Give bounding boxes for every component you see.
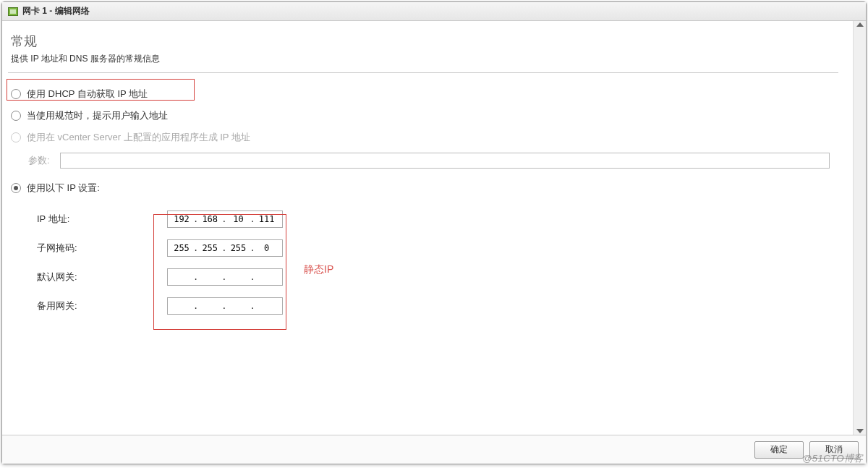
alt-gateway-row: 备用网关: . . . — [37, 292, 835, 320]
cancel-button[interactable]: 取消 — [809, 441, 859, 459]
option-prompt-label: 当使用规范时，提示用户输入地址 — [27, 109, 168, 122]
radio-dhcp[interactable] — [11, 89, 21, 99]
dialog-footer: 确定 取消 — [2, 435, 866, 464]
content-area: 常规 提供 IP 地址和 DNS 服务器的常规信息 使用 DHCP 自动获取 I… — [2, 21, 853, 435]
dot-icon: . — [192, 214, 199, 224]
params-label: 参数: — [28, 154, 54, 167]
agw-oct2[interactable] — [199, 301, 221, 311]
params-input[interactable] — [60, 153, 830, 169]
titlebar[interactable]: 网卡 1 - 编辑网络 — [2, 2, 866, 21]
alt-gateway-label: 备用网关: — [37, 299, 167, 312]
ok-button[interactable]: 确定 — [754, 441, 804, 459]
dot-icon: . — [249, 243, 255, 253]
dot-icon: . — [192, 301, 199, 311]
alt-gateway-field[interactable]: . . . — [167, 297, 283, 315]
dot-icon: . — [249, 214, 255, 224]
option-vcenter-row: 使用在 vCenter Server 上配置的应用程序生成 IP 地址 — [8, 127, 838, 148]
ip-oct3[interactable] — [227, 214, 249, 224]
ip-settings-block: IP 地址: . . . 子网掩码: . — [8, 199, 838, 323]
option-dhcp-row[interactable]: 使用 DHCP 自动获取 IP 地址 — [8, 83, 838, 105]
subnet-oct2[interactable] — [199, 243, 221, 253]
divider — [8, 72, 838, 73]
subnet-row: 子网掩码: . . . — [37, 234, 835, 263]
section-title: 常规 — [8, 33, 838, 50]
section-description: 提供 IP 地址和 DNS 服务器的常规信息 — [8, 53, 838, 65]
subnet-oct4[interactable] — [256, 243, 278, 253]
subnet-oct1[interactable] — [171, 243, 192, 253]
dot-icon: . — [221, 301, 227, 311]
subnet-oct3[interactable] — [227, 243, 249, 253]
gw-oct2[interactable] — [199, 272, 221, 282]
radio-vcenter — [11, 132, 21, 142]
ip-address-field[interactable]: . . . — [167, 210, 283, 228]
option-static-row[interactable]: 使用以下 IP 设置: — [8, 177, 838, 199]
dot-icon: . — [192, 243, 199, 253]
ip-oct4[interactable] — [256, 214, 278, 224]
ip-oct1[interactable] — [171, 214, 192, 224]
gw-oct1[interactable] — [171, 272, 192, 282]
dot-icon: . — [221, 272, 227, 282]
option-prompt-row[interactable]: 当使用规范时，提示用户输入地址 — [8, 105, 838, 127]
nic-icon — [8, 7, 18, 16]
dot-icon: . — [221, 243, 227, 253]
window-title: 网卡 1 - 编辑网络 — [22, 5, 90, 17]
params-row: 参数: — [8, 148, 838, 177]
radio-static[interactable] — [11, 183, 21, 193]
agw-oct1[interactable] — [171, 301, 192, 311]
subnet-field[interactable]: . . . — [167, 239, 283, 257]
agw-oct4[interactable] — [256, 301, 278, 311]
scroll-down-icon[interactable] — [856, 429, 864, 433]
option-dhcp-label: 使用 DHCP 自动获取 IP 地址 — [27, 88, 148, 101]
option-static-label: 使用以下 IP 设置: — [27, 182, 100, 195]
dot-icon: . — [221, 214, 227, 224]
option-vcenter-label: 使用在 vCenter Server 上配置的应用程序生成 IP 地址 — [27, 131, 250, 144]
ip-address-label: IP 地址: — [37, 213, 167, 226]
gateway-row: 默认网关: . . . — [37, 263, 835, 292]
agw-oct3[interactable] — [227, 301, 249, 311]
vertical-scrollbar[interactable] — [853, 21, 866, 435]
content-wrap: 常规 提供 IP 地址和 DNS 服务器的常规信息 使用 DHCP 自动获取 I… — [2, 21, 866, 435]
gateway-field[interactable]: . . . — [167, 268, 283, 286]
scroll-up-icon[interactable] — [856, 22, 864, 27]
ip-address-row: IP 地址: . . . — [37, 205, 835, 234]
gw-oct3[interactable] — [227, 272, 249, 282]
gw-oct4[interactable] — [256, 272, 278, 282]
ip-oct2[interactable] — [199, 214, 221, 224]
dot-icon: . — [249, 272, 255, 282]
annotation-static-ip: 静态IP — [304, 263, 333, 276]
dot-icon: . — [249, 301, 255, 311]
gateway-label: 默认网关: — [37, 271, 167, 284]
dialog-window: 网卡 1 - 编辑网络 常规 提供 IP 地址和 DNS 服务器的常规信息 使用… — [1, 1, 867, 464]
subnet-label: 子网掩码: — [37, 242, 167, 255]
radio-prompt[interactable] — [11, 111, 21, 121]
dot-icon: . — [192, 272, 199, 282]
